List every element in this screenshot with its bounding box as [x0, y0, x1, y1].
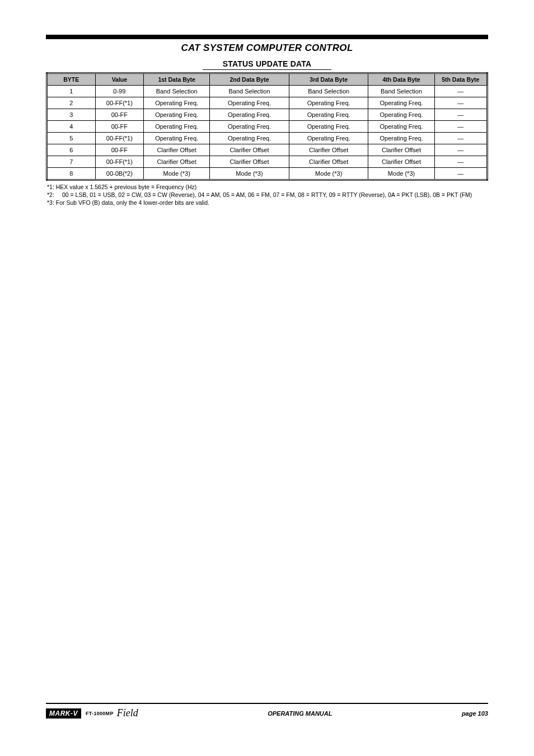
footnote-1: *1: HEX value x 1.5625 + previous byte =…: [47, 184, 488, 191]
table-cell: Operating Freq.: [144, 133, 210, 144]
col-header: BYTE: [47, 73, 96, 86]
col-header: 1st Data Byte: [144, 73, 210, 86]
table-cell: —: [434, 97, 487, 109]
table-cell: 00-FF: [95, 109, 144, 121]
brand-field: Field: [117, 707, 138, 719]
table-cell: Band Selection: [289, 86, 368, 97]
table-cell: Clarifier Offset: [210, 156, 289, 168]
table-cell: 3: [47, 109, 96, 121]
status-update-table: BYTE Value 1st Data Byte 2nd Data Byte 3…: [46, 72, 488, 181]
col-header: 4th Data Byte: [368, 73, 434, 86]
table-cell: Clarifier Offset: [289, 156, 368, 168]
col-header: 2nd Data Byte: [210, 73, 289, 86]
footnote-2: *2: 00 = LSB, 01 = USB, 02 = CW, 03 = CW…: [47, 191, 488, 199]
table-row: 800-0B(*2)Mode (*3)Mode (*3)Mode (*3)Mod…: [47, 168, 488, 180]
table-cell: Operating Freq.: [368, 109, 434, 121]
table-row: 300-FFOperating Freq.Operating Freq.Oper…: [47, 109, 488, 121]
table-cell: 00-FF(*1): [95, 97, 144, 109]
table-cell: Band Selection: [144, 86, 210, 97]
table-cell: Operating Freq.: [144, 109, 210, 121]
table-cell: Operating Freq.: [210, 97, 289, 109]
table-cell: Operating Freq.: [210, 109, 289, 121]
table-title: STATUS UPDATE DATA: [46, 59, 488, 68]
table-cell: —: [434, 133, 487, 144]
table-row: 700-FF(*1)Clarifier OffsetClarifier Offs…: [47, 156, 488, 168]
table-row: 10-99Band SelectionBand SelectionBand Se…: [47, 86, 488, 97]
col-header: 3rd Data Byte: [289, 73, 368, 86]
footer-rule: [46, 703, 488, 704]
footnote-3: *3: For Sub VFO (B) data, only the 4 low…: [47, 199, 488, 206]
table-cell: Operating Freq.: [289, 121, 368, 133]
table-cell: 00-0B(*2): [95, 168, 144, 180]
table-cell: Band Selection: [210, 86, 289, 97]
header-rule: [46, 35, 488, 39]
table-row: 500-FF(*1)Operating Freq.Operating Freq.…: [47, 133, 488, 144]
table-cell: Mode (*3): [210, 168, 289, 180]
col-header: 5th Data Byte: [434, 73, 487, 86]
table-cell: Operating Freq.: [144, 97, 210, 109]
table-cell: 5: [47, 133, 96, 144]
page-footer: MARK-V FT-1000MP Field OPERATING MANUAL …: [46, 703, 488, 719]
footnote-2-prefix: *2:: [47, 191, 60, 199]
table-cell: Operating Freq.: [289, 97, 368, 109]
brand-logo: MARK-V FT-1000MP Field: [46, 707, 138, 719]
table-cell: 00-FF: [95, 144, 144, 156]
table-cell: 4: [47, 121, 96, 133]
table-cell: Mode (*3): [368, 168, 434, 180]
table-row: 400-FFOperating Freq.Operating Freq.Oper…: [47, 121, 488, 133]
footnote-2-items: 00 = LSB, 01 = USB, 02 = CW, 03 = CW (Re…: [62, 191, 472, 198]
table-cell: —: [434, 86, 487, 97]
table-cell: —: [434, 109, 487, 121]
table-cell: Operating Freq.: [210, 121, 289, 133]
table-cell: Clarifier Offset: [368, 144, 434, 156]
brand-markv: MARK-V: [46, 708, 81, 719]
chapter-title: CAT SYSTEM COMPUTER CONTROL: [46, 43, 488, 54]
table-row: 600-FFClarifier OffsetClarifier OffsetCl…: [47, 144, 488, 156]
table-cell: 00-FF: [95, 121, 144, 133]
table-cell: Clarifier Offset: [144, 144, 210, 156]
table-cell: —: [434, 168, 487, 180]
table-cell: Operating Freq.: [368, 121, 434, 133]
col-header: Value: [95, 73, 144, 86]
table-cell: Operating Freq.: [368, 133, 434, 144]
table-cell: Operating Freq.: [210, 133, 289, 144]
table-cell: Clarifier Offset: [144, 156, 210, 168]
page-number: page 103: [462, 710, 488, 717]
table-cell: 1: [47, 86, 96, 97]
table-cell: Clarifier Offset: [289, 144, 368, 156]
table-cell: —: [434, 121, 487, 133]
table-cell: 6: [47, 144, 96, 156]
table-header-row: BYTE Value 1st Data Byte 2nd Data Byte 3…: [47, 73, 488, 86]
table-cell: —: [434, 156, 487, 168]
table-cell: 00-FF(*1): [95, 156, 144, 168]
table-cell: Operating Freq.: [144, 121, 210, 133]
table-cell: —: [434, 144, 487, 156]
table-cell: Operating Freq.: [368, 97, 434, 109]
table-cell: 8: [47, 168, 96, 180]
table-cell: 7: [47, 156, 96, 168]
table-cell: Mode (*3): [144, 168, 210, 180]
table-row: 200-FF(*1)Operating Freq.Operating Freq.…: [47, 97, 488, 109]
table-cell: Mode (*3): [289, 168, 368, 180]
brand-ft: FT-1000MP: [86, 711, 114, 716]
table-cell: 0-99: [95, 86, 144, 97]
table-cell: Operating Freq.: [289, 133, 368, 144]
table-cell: Operating Freq.: [289, 109, 368, 121]
table-cell: 2: [47, 97, 96, 109]
table-cell: Clarifier Offset: [210, 144, 289, 156]
table-title-underline: [203, 69, 331, 70]
table-footnotes: *1: HEX value x 1.5625 + previous byte =…: [46, 184, 488, 206]
table-cell: 00-FF(*1): [95, 133, 144, 144]
table-cell: Band Selection: [368, 86, 434, 97]
manual-label: OPERATING MANUAL: [268, 710, 332, 717]
table-cell: Clarifier Offset: [368, 156, 434, 168]
